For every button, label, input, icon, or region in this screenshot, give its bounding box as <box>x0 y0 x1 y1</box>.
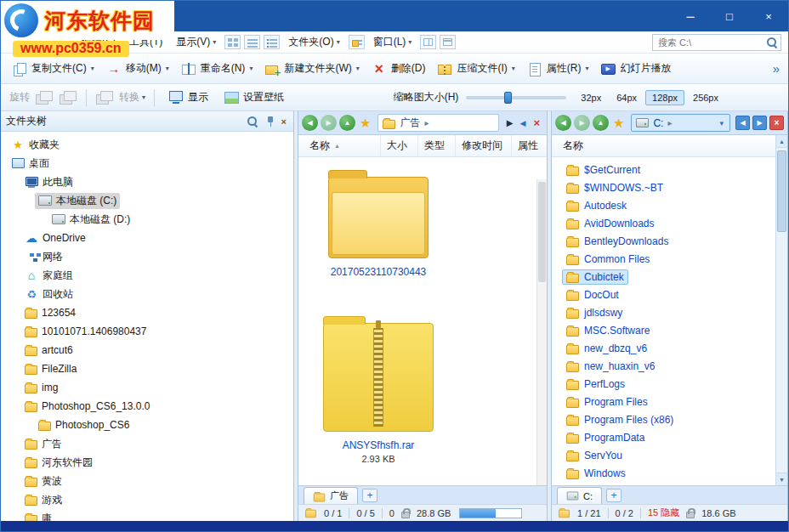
tree-item[interactable]: artcut6 <box>1 341 293 359</box>
tree-item[interactable]: 游戏 <box>1 490 293 509</box>
menu-folders[interactable]: 文件夹(O)▾ <box>282 32 345 52</box>
right-breadcrumb[interactable]: C: ▸ ▾ <box>631 114 730 132</box>
lock-icon[interactable] <box>686 512 695 518</box>
prev-pane-icon[interactable]: ◀ <box>518 119 527 127</box>
list-item[interactable]: Program Files (x86) <box>552 410 787 428</box>
tree-item[interactable]: Photoshop_CS6 <box>1 416 293 434</box>
breadcrumb-item[interactable]: C: <box>653 117 663 129</box>
menu-view[interactable]: 显示(V)▾ <box>170 32 222 52</box>
tree-item[interactable]: 网络 <box>1 247 293 266</box>
search-input[interactable] <box>653 37 766 48</box>
rotate-right-icon[interactable] <box>59 90 77 105</box>
new-tab-button[interactable]: + <box>362 489 377 502</box>
lock-icon[interactable] <box>401 512 410 518</box>
-n--button[interactable]: 重命名(N)▾ <box>175 57 259 81</box>
view-details-icon[interactable] <box>264 35 280 49</box>
--button[interactable]: 幻灯片播放 <box>594 57 677 81</box>
thumbnail-size-slider[interactable] <box>466 96 566 99</box>
tree-item[interactable]: 本地磁盘 (D:) <box>1 210 293 229</box>
tree-item[interactable]: 广告 <box>1 434 293 453</box>
tree-item[interactable]: img <box>1 378 293 397</box>
column-header[interactable]: 属性 <box>511 135 547 156</box>
tree-search-icon[interactable] <box>247 116 258 127</box>
list-item[interactable]: MSC.Software <box>552 321 787 339</box>
tree-item[interactable]: OneDrive <box>1 229 293 247</box>
minimize-button[interactable]: ─ <box>671 1 710 31</box>
back-button[interactable]: ◀ <box>302 115 318 131</box>
view-list-icon[interactable] <box>244 35 260 49</box>
list-item[interactable]: ProgramData <box>552 428 787 446</box>
tree-item[interactable]: Photoshop_CS6_13.0.0 <box>1 397 293 416</box>
folder-pane-toggle-icon[interactable] <box>349 35 365 49</box>
list-item[interactable]: BentleyDownloads <box>552 232 787 250</box>
middle-vertical-scrollbar[interactable] <box>536 179 547 485</box>
set-wallpaper-button[interactable]: 设置壁纸 <box>219 88 289 108</box>
display-button[interactable]: 显示 <box>163 88 213 108</box>
list-item[interactable]: $WINDOWS.~BT <box>552 178 787 196</box>
tree-item[interactable]: 家庭组 <box>1 266 293 285</box>
slider-handle[interactable] <box>504 92 512 104</box>
menu-edit[interactable]: 编辑(E) <box>76 32 122 52</box>
list-item[interactable]: Common Files <box>552 250 787 268</box>
size-button-128px[interactable]: 128px <box>645 90 684 105</box>
tree-item[interactable]: 此电脑 <box>1 173 293 191</box>
list-item[interactable]: Windows <box>552 464 787 482</box>
breadcrumb-item[interactable]: 广告 <box>400 116 420 130</box>
tree-item[interactable]: 123654 <box>1 303 293 322</box>
size-button-64px[interactable]: 64px <box>610 90 644 105</box>
back-button[interactable]: ◀ <box>555 115 571 131</box>
maximize-button[interactable]: □ <box>710 1 749 31</box>
-r--button[interactable]: 属性(R)▾ <box>521 57 595 81</box>
convert-icon[interactable] <box>95 90 114 105</box>
file-item[interactable]: 20170523110730443 <box>304 169 453 278</box>
favorites-icon[interactable]: ★ <box>358 116 372 131</box>
scroll-up-icon[interactable]: ▲ <box>776 135 787 148</box>
right-vertical-scrollbar[interactable]: ▲ ▼ <box>775 135 787 485</box>
-c--button[interactable]: 复制文件(C)▾ <box>6 57 100 81</box>
tree-item[interactable]: 黄波 <box>1 472 293 490</box>
up-button[interactable]: ▲ <box>593 115 609 131</box>
list-item[interactable]: Cubictek <box>552 268 787 286</box>
list-item[interactable]: DocOut <box>552 286 787 303</box>
-m--button[interactable]: 移动(M)▾ <box>100 57 175 81</box>
close-button[interactable]: × <box>749 1 788 31</box>
close-tab-icon[interactable]: × <box>769 116 784 130</box>
column-header[interactable]: 类型 <box>417 135 455 156</box>
column-header[interactable]: 名称▲ <box>298 135 380 156</box>
size-button-32px[interactable]: 32px <box>574 90 608 105</box>
list-item[interactable]: Program Files <box>552 393 787 410</box>
up-button[interactable]: ▲ <box>339 115 355 131</box>
tree-item[interactable]: 10101071.1406980437 <box>1 322 293 341</box>
scroll-down-icon[interactable]: ▼ <box>776 473 787 485</box>
view-thumbnails-icon[interactable] <box>224 35 241 49</box>
list-item[interactable]: ServYou <box>552 446 787 464</box>
middle-breadcrumb[interactable]: 广告 ▸ <box>377 114 498 132</box>
column-header[interactable]: 修改时间 <box>455 135 511 156</box>
scrollbar-thumb[interactable] <box>777 150 786 232</box>
search-icon[interactable] <box>766 37 778 48</box>
tree-item[interactable]: 桌面 <box>1 154 293 173</box>
file-item[interactable]: ANSYSfhsfh.rar2.93 KB <box>304 315 453 464</box>
menu-tools[interactable]: 工具(T) <box>123 32 168 52</box>
list-item[interactable]: new_dbzq_v6 <box>552 339 787 357</box>
column-header[interactable]: 大小 <box>380 135 417 156</box>
path-dropdown-icon[interactable]: ▾ <box>718 119 725 127</box>
close-tab-icon[interactable]: × <box>530 116 543 129</box>
-d--button[interactable]: 删除(D) <box>366 57 432 81</box>
list-item[interactable]: PerfLogs <box>552 375 787 393</box>
menu-window[interactable]: 窗口(L)▾ <box>367 32 418 52</box>
slideshow-play-icon[interactable]: ▶ <box>504 118 516 127</box>
window-tabs-icon[interactable] <box>440 35 456 49</box>
column-header[interactable]: 名称 <box>552 135 775 156</box>
tree-pin-icon[interactable] <box>265 116 275 127</box>
tab-c-drive[interactable]: C: <box>557 487 602 504</box>
tree-item[interactable]: 收藏夹 <box>1 135 293 154</box>
scrollbar-thumb[interactable] <box>538 182 546 282</box>
new-tab-button[interactable]: + <box>606 489 622 502</box>
next-pane-icon[interactable]: ▶ <box>752 116 767 130</box>
list-item[interactable]: Windows.old <box>552 482 787 485</box>
rotate-left-icon[interactable] <box>35 90 54 105</box>
window-split-icon[interactable] <box>420 35 436 49</box>
size-button-256px[interactable]: 256px <box>686 90 725 105</box>
tab-guanggao[interactable]: 广告 <box>304 487 358 504</box>
